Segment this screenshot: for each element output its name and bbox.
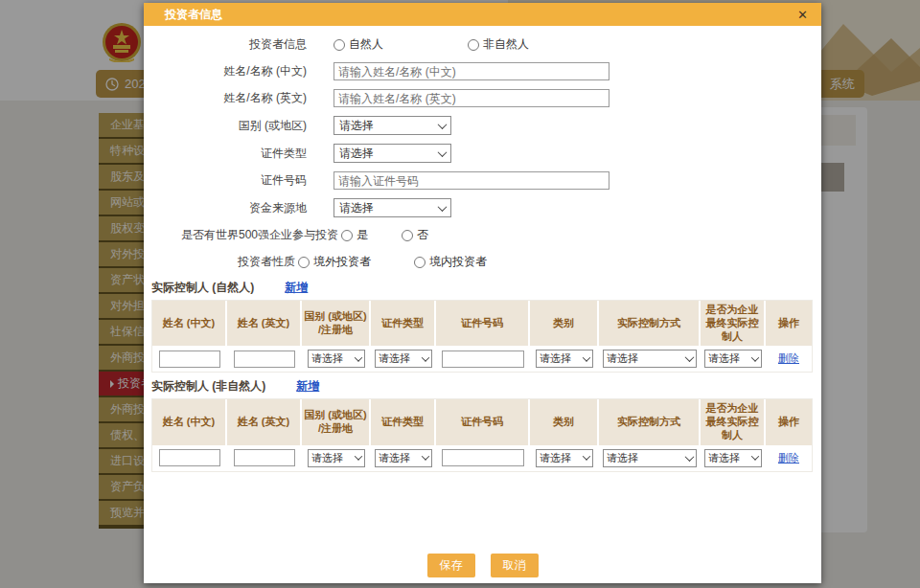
row-investor-nature: 投资者性质 境外投资者 境内投资者 (151, 253, 814, 271)
cert-no-label: 证件号码 (151, 172, 307, 189)
chevron-down-icon (438, 147, 448, 157)
ctrl-cert-no-input[interactable] (442, 351, 524, 368)
modal-title: 投资者信息 (165, 7, 797, 23)
natural-controller-table: 姓名 (中文) 姓名 (英文) 国别 (或地区) /注册地 证件类型 证件号码 … (151, 300, 813, 373)
chevron-down-icon (751, 452, 759, 460)
ctrl-name-cn-input[interactable] (159, 351, 220, 368)
name-en-label: 姓名/名称 (英文) (151, 90, 307, 106)
radio-icon (334, 39, 345, 51)
radio-fortune500-no[interactable]: 否 (402, 227, 428, 243)
chevron-down-icon (583, 353, 590, 361)
save-button[interactable]: 保存 (427, 554, 475, 577)
ctrl-name-en-input[interactable] (234, 351, 295, 368)
chevron-down-icon (685, 452, 695, 462)
add-natural-controller-link[interactable]: 新增 (285, 280, 308, 296)
ctrl-cert-no-input[interactable] (442, 449, 524, 466)
chevron-down-icon (355, 452, 362, 460)
chevron-down-icon (438, 202, 448, 212)
name-en-input[interactable] (334, 89, 610, 107)
radio-icon (298, 257, 310, 268)
cert-type-label: 证件类型 (151, 146, 307, 162)
chevron-down-icon (422, 452, 429, 460)
modal-titlebar: 投资者信息 ✕ (144, 3, 821, 26)
table-row: 请选择 请选择 请选择 请选择 请选择 删除 (152, 445, 812, 471)
cancel-button[interactable]: 取消 (491, 554, 539, 577)
radio-non-natural-person[interactable]: 非自然人 (468, 36, 529, 53)
radio-icon (414, 257, 426, 268)
ctrl-method-select[interactable]: 请选择 (603, 350, 697, 368)
row-name-cn: 姓名/名称 (中文) (151, 62, 814, 80)
cert-no-input[interactable] (334, 171, 610, 190)
chevron-down-icon (685, 352, 695, 362)
row-investor-type: 投资者信息 自然人 非自然人 (151, 35, 814, 54)
investor-type-label: 投资者信息 (151, 36, 307, 53)
fund-source-select[interactable]: 请选择 (334, 198, 451, 217)
name-cn-label: 姓名/名称 (中文) (151, 63, 307, 79)
ctrl-name-en-input[interactable] (234, 449, 295, 466)
investor-nature-label: 投资者性质 (151, 254, 295, 270)
add-nonnatural-controller-link[interactable]: 新增 (296, 378, 319, 395)
row-cert-type: 证件类型 请选择 (151, 144, 814, 163)
radio-natural-person[interactable]: 自然人 (334, 36, 383, 53)
ctrl-category-select[interactable]: 请选择 (536, 449, 593, 467)
cert-type-select[interactable]: 请选择 (334, 144, 451, 163)
modal-body: 投资者信息 自然人 非自然人 姓名/名称 (中文) 姓名/名称 (英文) 国别 … (144, 26, 821, 472)
modal-footer: 保存 取消 (144, 554, 821, 577)
radio-icon (468, 39, 479, 51)
investor-info-modal: 投资者信息 ✕ 投资者信息 自然人 非自然人 姓名/名称 (中文) 姓名/名称 … (144, 3, 821, 583)
radio-overseas-investor[interactable]: 境外投资者 (298, 254, 371, 270)
ctrl-cert-type-select[interactable]: 请选择 (375, 350, 432, 368)
ctrl-name-cn-input[interactable] (159, 449, 220, 466)
ctrl-country-select[interactable]: 请选择 (308, 350, 365, 368)
row-name-en: 姓名/名称 (英文) (151, 89, 814, 107)
ctrl-cert-type-select[interactable]: 请选择 (375, 449, 432, 467)
fund-source-label: 资金来源地 (151, 200, 307, 216)
row-cert-no: 证件号码 (151, 171, 814, 190)
delete-row-link[interactable]: 删除 (778, 451, 799, 465)
section-nonnatural-controller: 实际控制人 (非自然人) 新增 (151, 378, 814, 395)
fortune500-label: 是否有世界500强企业参与投资 (151, 227, 338, 243)
name-cn-input[interactable] (334, 62, 610, 80)
chevron-down-icon (583, 452, 590, 460)
chevron-down-icon (438, 120, 448, 129)
ctrl-country-select[interactable]: 请选择 (308, 449, 365, 467)
ctrl-ultimate-select[interactable]: 请选择 (704, 350, 762, 368)
section-natural-controller: 实际控制人 (自然人) 新增 (151, 280, 814, 296)
section-title: 实际控制人 (自然人) (151, 280, 254, 296)
ctrl-ultimate-select[interactable]: 请选择 (704, 449, 762, 467)
table-header-row: 姓名 (中文) 姓名 (英文) 国别 (或地区) /注册地 证件类型 证件号码 … (152, 399, 812, 444)
close-icon[interactable]: ✕ (797, 9, 808, 21)
section-title: 实际控制人 (非自然人) (151, 378, 265, 395)
row-fortune500: 是否有世界500强企业参与投资 是 否 (151, 226, 814, 244)
row-fund-source: 资金来源地 请选择 (151, 198, 814, 217)
table-header-row: 姓名 (中文) 姓名 (英文) 国别 (或地区) /注册地 证件类型 证件号码 … (152, 301, 812, 346)
country-select[interactable]: 请选择 (334, 116, 451, 135)
country-label: 国别 (或地区) (151, 118, 307, 134)
chevron-down-icon (422, 353, 429, 361)
radio-icon (341, 230, 353, 241)
chevron-down-icon (355, 353, 362, 361)
radio-fortune500-yes[interactable]: 是 (341, 227, 368, 243)
chevron-down-icon (751, 353, 759, 361)
delete-row-link[interactable]: 删除 (778, 351, 799, 366)
ctrl-category-select[interactable]: 请选择 (536, 350, 593, 368)
radio-domestic-investor[interactable]: 境内投资者 (414, 254, 487, 270)
ctrl-method-select[interactable]: 请选择 (603, 449, 697, 467)
table-row: 请选择 请选择 请选择 请选择 请选择 删除 (152, 346, 812, 372)
radio-icon (402, 230, 413, 241)
nonnatural-controller-table: 姓名 (中文) 姓名 (英文) 国别 (或地区) /注册地 证件类型 证件号码 … (151, 398, 813, 471)
row-country: 国别 (或地区) 请选择 (151, 116, 814, 135)
